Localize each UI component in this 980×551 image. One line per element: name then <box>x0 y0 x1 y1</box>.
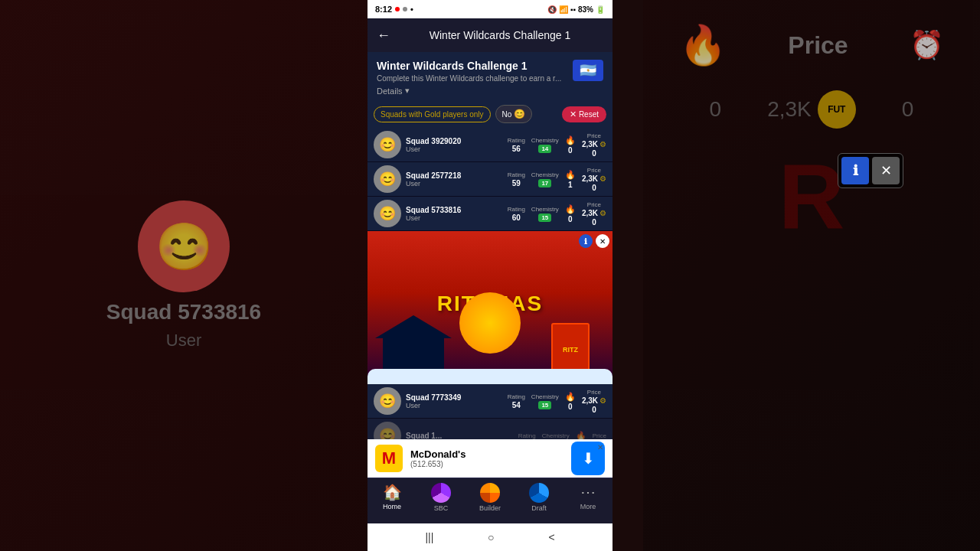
brand-label: RITZ <box>563 346 578 354</box>
squad-avatar-3: 😊 <box>374 387 401 415</box>
mcdonalds-download-button[interactable]: ℹ ⬇ ✕ <box>571 442 605 475</box>
moon-decoration <box>459 292 521 354</box>
squad-stats-2: Rating 60 Chemistry 15 🔥 0 Price 2,3K ⚙ <box>508 201 606 227</box>
home-label: Home <box>383 503 401 510</box>
squad-user-3: User <box>406 402 503 409</box>
squad-avatar-0: 😊 <box>374 131 401 158</box>
squad-name-3: Squad 7773349 <box>406 393 503 402</box>
battery-pct: 83% <box>578 5 593 14</box>
nav-item-home[interactable]: 🏠 Home <box>368 483 416 510</box>
squad-stats-4: Rating Chemistry 🔥 Price <box>518 431 606 440</box>
ritzmas-ad[interactable]: RITZMAS RITZ <box>368 231 612 384</box>
background-left: 😊 Squad 5733816 User <box>0 0 368 551</box>
signal-icon: 📶 <box>559 5 568 14</box>
home-icon: 🏠 <box>383 483 402 501</box>
system-menu-button[interactable]: ||| <box>425 531 433 543</box>
details-label: Details <box>377 86 403 96</box>
system-back-button[interactable]: < <box>548 531 554 543</box>
status-dot-red <box>395 7 400 11</box>
reset-label: Reset <box>579 110 599 119</box>
status-bar: 8:12 • 🔇 📶 ▪▪ 83% 🔋 <box>368 0 612 18</box>
battery-icon: 🔋 <box>596 5 605 14</box>
nav-item-more[interactable]: ⋯ More <box>564 483 612 510</box>
draft-icon <box>529 483 549 503</box>
gold-filter-button[interactable]: Squads with Gold players only <box>374 106 491 122</box>
mcd-info-icon: ℹ <box>573 443 576 452</box>
ad-info-button[interactable]: ℹ <box>579 234 593 248</box>
house-roof-decoration <box>375 315 452 338</box>
nav-item-sbc[interactable]: SBC <box>416 483 466 512</box>
chem-group-0: Chemistry 14 <box>531 137 559 153</box>
top-nav: ← Winter Wildcards Challenge 1 <box>368 18 612 52</box>
download-icon: ⬇ <box>582 449 595 468</box>
squad-name-0: Squad 3929020 <box>406 137 503 145</box>
bg-user-label: User <box>166 331 201 350</box>
draft-label: Draft <box>531 504 547 512</box>
bottom-nav: 🏠 Home SBC Builder Draft ⋯ More <box>368 478 612 523</box>
ad-close-button[interactable]: ✕ <box>596 234 609 248</box>
nav-item-builder[interactable]: Builder <box>466 483 514 512</box>
squad-info-3: Squad 7773349 User <box>406 393 503 409</box>
info-icon-btn[interactable]: ℹ <box>841 157 869 184</box>
system-nav: ||| ○ < <box>368 523 612 551</box>
nav-item-draft[interactable]: Draft <box>514 483 564 512</box>
squad-info-0: Squad 3929020 User <box>406 137 503 153</box>
details-button[interactable]: Details ▾ <box>377 86 567 96</box>
challenge-header: Winter Wildcards Challenge 1 Complete th… <box>368 52 612 100</box>
squad-stats-0: Rating 56 Chemistry 14 🔥 0 Price 2,3K ⚙ <box>508 132 606 158</box>
squad-name-2: Squad 5733816 <box>406 206 503 214</box>
bg-letter: R <box>779 144 845 249</box>
bg-fire-icon: 🔥 <box>679 23 727 67</box>
builder-label: Builder <box>479 504 501 512</box>
squad-stats-3: Rating 54 Chemistry 15 🔥 0 Price 2,3K ⚙ <box>508 389 606 414</box>
info-overlay: ℹ ✕ <box>838 153 903 188</box>
overlay-close-btn[interactable]: ✕ <box>872 157 900 184</box>
sbc-icon <box>431 483 451 503</box>
flag-emoji: 🇦🇷 <box>580 62 596 79</box>
squad-row[interactable]: 😊 Squad 2577218 User Rating 59 Chemistry… <box>368 162 612 197</box>
main-content: Winter Wildcards Challenge 1 Complete th… <box>368 52 612 439</box>
bg-price-value: 2,3K FUT <box>767 90 856 129</box>
sbc-label: SBC <box>434 504 449 512</box>
snow-ground <box>368 369 612 384</box>
squad-avatar-2: 😊 <box>374 200 401 227</box>
no-filter-button[interactable]: No 😊 <box>495 105 533 123</box>
squad-row[interactable]: 😊 Squad 7773349 User Rating 54 Chemistry… <box>368 384 612 419</box>
status-dot2b: • <box>410 5 413 14</box>
squad-avatar-4: 😊 <box>374 422 401 439</box>
status-time: 8:12 <box>375 5 392 14</box>
squad-row[interactable]: 😊 Squad 3929020 User Rating 56 Chemistry… <box>368 128 612 162</box>
squad-row[interactable]: 😊 Squad 5733816 User Rating 60 Chemistry… <box>368 197 612 231</box>
bg-price-label: Price <box>788 31 848 60</box>
fire-group-0: 🔥 0 <box>565 135 576 155</box>
no-emoji: 😊 <box>514 109 525 119</box>
details-chevron-icon: ▾ <box>405 86 410 96</box>
price-group-0: Price 2,3K ⚙ 0 <box>582 132 606 158</box>
more-label: More <box>580 503 596 510</box>
bg-stats-row: 0 2,3K FUT 0 <box>710 90 914 129</box>
system-home-button[interactable]: ○ <box>488 531 494 543</box>
challenge-info: Winter Wildcards Challenge 1 Complete th… <box>377 60 567 96</box>
squad-row-partial[interactable]: 😊 Squad 1... Rating Chemistry 🔥 Price <box>368 419 612 439</box>
ad-banner: RITZMAS RITZ ℹ ✕ <box>368 231 612 384</box>
bg-fire-value: 0 <box>710 97 722 122</box>
reset-x-icon: ✕ <box>570 109 577 119</box>
squad-info-2: Squad 5733816 User <box>406 206 503 222</box>
status-right: 🔇 📶 ▪▪ 83% 🔋 <box>547 5 605 14</box>
no-label: No <box>502 110 512 119</box>
mcd-close-icon[interactable]: ✕ <box>597 443 603 452</box>
more-icon: ⋯ <box>580 483 596 501</box>
back-button[interactable]: ← <box>377 28 390 44</box>
mcdonalds-info: McDonald's (512.653) <box>410 448 564 468</box>
filter-bar: Squads with Gold players only No 😊 ✕ Res… <box>368 100 612 128</box>
mcdonalds-logo: M <box>375 445 403 472</box>
squad-info-4: Squad 1... <box>406 432 514 440</box>
builder-icon <box>480 483 500 503</box>
reset-button[interactable]: ✕ Reset <box>562 106 606 122</box>
nav-title: Winter Wildcards Challenge 1 <box>397 29 603 41</box>
phone-frame: 8:12 • 🔇 📶 ▪▪ 83% 🔋 ← Winter Wildcards C… <box>368 0 612 551</box>
squad-user-0: User <box>406 145 503 153</box>
squad-name-1: Squad 2577218 <box>406 171 503 180</box>
squad-avatar-1: 😊 <box>374 165 401 193</box>
mcdonalds-name: McDonald's <box>410 448 564 460</box>
